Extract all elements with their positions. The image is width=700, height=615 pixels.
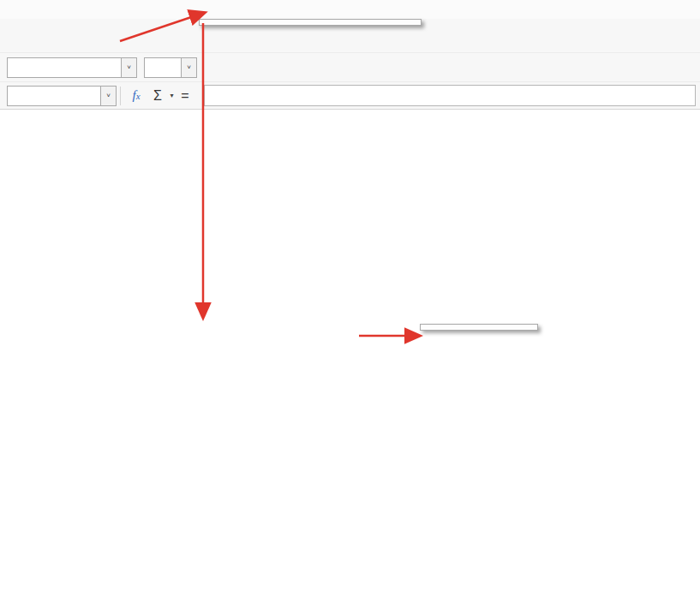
- font-size-combobox[interactable]: ˅: [144, 57, 197, 78]
- name-box[interactable]: ˅: [7, 86, 117, 106]
- chevron-down-icon[interactable]: ˅: [181, 58, 196, 77]
- font-group: ˅ ˅: [7, 53, 197, 81]
- spreadsheet-grid[interactable]: [0, 110, 700, 615]
- font-name-combobox[interactable]: ˅: [7, 57, 137, 78]
- formula-bar: ˅ fx Σ ▾ =: [0, 82, 700, 110]
- chevron-down-icon[interactable]: ˅: [121, 58, 136, 77]
- autosum-icon[interactable]: Σ: [148, 84, 167, 108]
- menubar: [0, 0, 700, 19]
- function-wizard-icon[interactable]: fx: [124, 84, 148, 108]
- formula-equals-icon[interactable]: =: [176, 84, 194, 108]
- formula-input[interactable]: [204, 85, 696, 106]
- conditional-formatting-submenu: [420, 324, 538, 331]
- chevron-down-icon[interactable]: ▾: [167, 84, 176, 108]
- app-window: ˅ ˅ ˅ fx Σ ▾ =: [0, 0, 700, 615]
- formatting-toolbar: ˅ ˅: [0, 53, 700, 82]
- format-menu-popup: [199, 19, 422, 26]
- chevron-down-icon[interactable]: ˅: [100, 87, 116, 105]
- name-box-group: ˅ fx Σ ▾ =: [7, 82, 194, 109]
